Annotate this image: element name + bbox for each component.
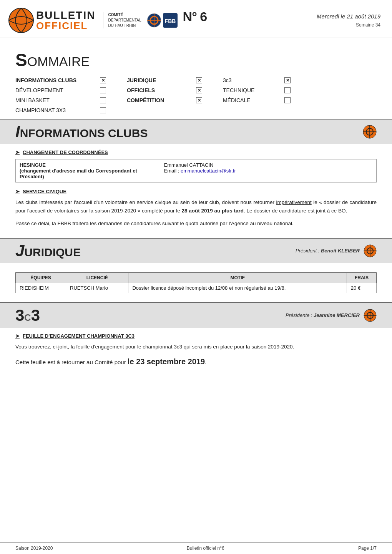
3c3-title: 3C3 (15, 306, 40, 325)
svg-point-0 (9, 8, 33, 33)
juridique-icon (364, 244, 377, 257)
header-date: Mercredi le 21 août 2019 (317, 13, 380, 20)
juridique-title-rest: URIDIQUE (24, 246, 81, 259)
feuille-engagement-label: FEUILLE D'ENGAGEMENT CHAMPIONNAT 3C3 (23, 333, 135, 339)
service-civique-label: SERVICE CIVIQUE (23, 189, 66, 194)
sommaire-item-juridique: JURIDIQUE (127, 77, 196, 83)
club-name-cell: HESINGUE (changement d'adresse mail du C… (16, 159, 160, 182)
juridique-header: JURIDIQUE Président : Benoit KLEIBER (0, 238, 392, 263)
arrow-icon-2: ➤ (15, 189, 20, 194)
juridique-content: ÉQUIPES LICENCIÉ MOTIF FRAIS RIEDISHEIM … (0, 263, 392, 302)
informations-clubs-content: ➤ CHANGEMENT DE COORDONNÉES HESINGUE (ch… (0, 144, 392, 238)
3c3-para1: Vous trouverez, ci-joint, la feuille d'e… (15, 343, 377, 351)
changement-coordonnees-title: ➤ CHANGEMENT DE COORDONNÉES (15, 149, 377, 155)
col-frais: FRAIS (347, 272, 376, 283)
col-licencie: LICENCIÉ (66, 272, 128, 283)
logo-bulletin: BULLETIN (36, 10, 95, 21)
footer-bulletin: Bulletin officiel n°6 (187, 546, 224, 551)
sommaire-checkbox-informations-clubs (100, 77, 106, 83)
page-footer: Saison 2019-2020 Bulletin officiel n°6 P… (0, 542, 392, 554)
club-note: (changement d'adresse mail du Correspond… (20, 168, 137, 179)
sommaire-item-competition: COMPÉTITION (127, 97, 196, 103)
sommaire-rest: OMMAIRE (27, 54, 90, 69)
contact-email-link[interactable]: emmanuelcattacin@sfr.fr (181, 168, 236, 174)
logo-officiel: OFFICIEL (36, 21, 95, 31)
sommaire-item-officiels: OFFICIELS (127, 87, 196, 93)
3c3-sub-c: C (24, 312, 31, 323)
bulletin-number: N° 6 (183, 9, 207, 32)
cell-licencie: RUETSCH Mario (66, 283, 128, 293)
svg-text:FBB: FBB (164, 18, 176, 24)
sommaire-checkbox-juridique (196, 77, 202, 83)
col-motif: MOTIF (128, 272, 347, 283)
service-civique-para2: Passé ce délai, la FBBB traitera les dem… (15, 219, 377, 228)
hesingue-table: HESINGUE (changement d'adresse mail du C… (15, 159, 377, 182)
sommaire-checkbox-3c3 (284, 77, 291, 83)
3c3-num1: 3 (15, 306, 24, 325)
basketball-icon (8, 7, 35, 34)
3c3-num2: 3 (31, 306, 40, 325)
3c3-content: ➤ FEUILLE D'ENGAGEMENT CHAMPIONNAT 3C3 V… (0, 328, 392, 378)
3c3-presidente: Présidente : Jeannine MERCIER (286, 312, 360, 318)
ffbb-logo-1 (147, 13, 161, 28)
sommaire-big-letter: S (15, 50, 27, 70)
club-name: HESINGUE (20, 162, 46, 168)
3c3-icon (364, 309, 377, 322)
contact-cell: Emmanuel CATTACIN Email : emmanuelcattac… (160, 159, 376, 182)
cell-equipe: RIEDISHEIM (16, 283, 66, 293)
juridique-table: ÉQUIPES LICENCIÉ MOTIF FRAIS RIEDISHEIM … (15, 272, 377, 293)
informations-clubs-title-rest: NFORMATIONS CLUBS (20, 127, 148, 140)
juridique-title: JURIDIQUE (15, 242, 81, 260)
logo-block: BULLETIN OFFICIEL (8, 7, 95, 34)
sommaire-checkbox-developpement (100, 87, 106, 93)
arrow-icon-3: ➤ (15, 333, 20, 339)
footer-page: Page 1/7 (358, 546, 377, 551)
3c3-header: 3C3 Présidente : Jeannine MERCIER (0, 302, 392, 328)
cell-motif: Dossier licence déposé incomplet du 12/0… (128, 283, 347, 293)
sommaire-title: SOMMAIRE (15, 50, 377, 70)
sommaire-checkbox-technique (284, 87, 291, 93)
informations-clubs-icon (363, 125, 377, 139)
footer-saison: Saison 2019-2020 (15, 546, 53, 551)
sommaire-item-championnat3x3: CHAMPIONNAT 3X3 (15, 107, 100, 113)
sommaire-item-medicale: MÉDICALE (223, 97, 284, 103)
sommaire-checkbox-competition (196, 97, 202, 103)
changement-coordonnees-label: CHANGEMENT DE COORDONNÉES (23, 149, 108, 155)
informations-clubs-header: INFORMATIONS CLUBS (0, 119, 392, 144)
informations-clubs-title: INFORMATIONS CLUBS (15, 123, 148, 141)
comite-line2: DÉPARTEMENTAL (108, 18, 141, 23)
page-header: BULLETIN OFFICIEL COMITÉ DÉPARTEMENTAL D… (0, 0, 392, 38)
sommaire-checkbox-mini-basket (100, 97, 106, 103)
comite-block: COMITÉ DÉPARTEMENTAL DU HAUT-RHIN (103, 12, 141, 28)
juridique-big-letter: J (15, 242, 24, 260)
juridique-president-name: Benoit KLEIBER (321, 248, 360, 254)
service-civique-para1: Les clubs intéressés par l'accueil d'un … (15, 198, 377, 215)
juridique-table-header-row: ÉQUIPES LICENCIÉ MOTIF FRAIS (16, 272, 377, 283)
sommaire-checkbox-officiels (196, 87, 202, 93)
date-block: Mercredi le 21 août 2019 Semaine 34 (317, 13, 380, 28)
comite-title: COMITÉ (108, 12, 141, 18)
ffbb-logos: FBB (147, 13, 178, 28)
table-row: HESINGUE (changement d'adresse mail du C… (16, 159, 377, 182)
juridique-president-label: Président : (296, 248, 321, 254)
contact-email-label: Email : (164, 168, 181, 174)
sommaire-checkbox-medicale (284, 97, 291, 103)
arrow-icon-1: ➤ (15, 149, 20, 155)
sommaire-checkbox-championnat3x3 (100, 107, 106, 113)
contact-name: Emmanuel CATTACIN (164, 162, 214, 168)
table-row: RIEDISHEIM RUETSCH Mario Dossier licence… (16, 283, 377, 293)
header-semaine: Semaine 34 (317, 21, 380, 28)
service-civique-title: ➤ SERVICE CIVIQUE (15, 189, 377, 194)
sommaire-item-mini-basket: MINI BASKET (15, 97, 100, 103)
sommaire-item-informations-clubs: INFORMATIONS CLUBS (15, 77, 100, 83)
col-equipes: ÉQUIPES (16, 272, 66, 283)
sommaire-item-developpement: DÉVELOPPEMENT (15, 87, 100, 93)
3c3-presidente-label: Présidente : (286, 312, 314, 318)
3c3-presidente-name: Jeannine MERCIER (314, 312, 360, 318)
sommaire-item-technique: TECHNIQUE (223, 87, 284, 93)
feuille-engagement-title: ➤ FEUILLE D'ENGAGEMENT CHAMPIONNAT 3C3 (15, 333, 377, 339)
comite-line3: DU HAUT-RHIN (108, 23, 141, 28)
cell-frais: 20 € (347, 283, 376, 293)
sommaire-item-3c3: 3c3 (223, 77, 284, 83)
ffbb-logo-2: FBB (163, 13, 178, 28)
